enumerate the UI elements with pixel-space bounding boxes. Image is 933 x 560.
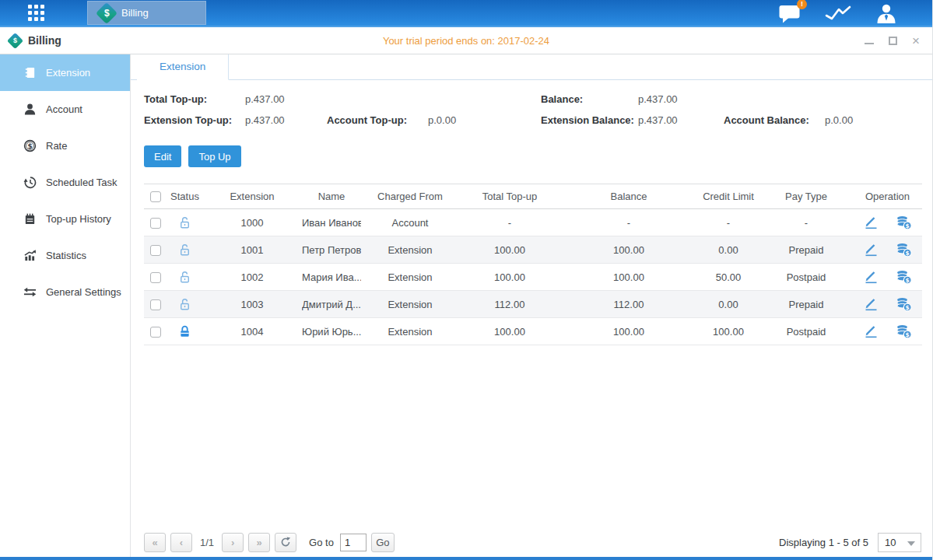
edit-row-icon[interactable] [864,270,879,284]
sidebar-item-account[interactable]: Account [0,91,130,128]
pay-type-cell: - [759,209,853,236]
total-topup-cell: 100.00 [459,236,560,264]
edit-row-icon[interactable] [864,243,879,257]
main-content: Extension Total Top-up: p.437.00 Balance… [131,54,932,557]
extension-topup-label: Extension Top-up: [144,114,245,126]
sidebar-item-label: Account [46,103,82,115]
total-topup-cell: 100.00 [459,264,560,291]
svg-text:$: $ [905,222,909,229]
extension-balance-value: p.437.00 [638,114,724,126]
credit-limit-cell: 0.00 [697,236,759,264]
col-charged-from: Charged From [361,184,459,209]
row-checkbox[interactable] [150,272,161,283]
total-topup-value: p.437.00 [245,93,327,105]
goto-page-input[interactable] [340,534,367,551]
prev-page-button[interactable]: ‹ [170,533,192,552]
charged-from-cell: Extension [361,264,459,291]
first-page-button[interactable]: « [144,533,166,552]
row-checkbox[interactable] [150,245,161,256]
extension-balance-label: Extension Balance: [541,114,638,126]
row-checkbox[interactable] [150,327,161,338]
top-up-row-icon[interactable]: $ [896,324,912,339]
top-up-row-icon[interactable]: $ [896,215,912,230]
sidebar-item-rate[interactable]: $ Rate [0,128,130,164]
edit-row-icon[interactable] [864,215,879,229]
charged-from-cell: Account [361,209,459,236]
select-all-checkbox[interactable] [150,191,161,202]
pagination-bar: « ‹ 1/1 › » Go to Go Displaying 1 - 5 of… [144,531,921,553]
sidebar-item-scheduled-task[interactable]: Scheduled Task [0,164,130,201]
account-topup-label: Account Top-up: [327,114,428,126]
window-bottom-strip [0,557,932,560]
page-size-value: 10 [885,537,896,548]
top-up-row-icon[interactable]: $ [896,297,912,312]
ledger-icon [23,66,37,79]
status-lock-icon [177,215,192,227]
table-row[interactable]: 1003Дмитрий Д...Extension112.00112.000.0… [144,291,922,318]
notification-badge: ! [797,0,807,9]
top-up-row-icon[interactable]: $ [896,243,912,257]
top-up-row-icon[interactable]: $ [896,270,912,285]
account-balance-label: Account Balance: [724,114,825,126]
bar-chart-icon [23,249,37,262]
table-row[interactable]: 1004Юрий Юрь...Extension100.00100.00100.… [144,318,922,345]
col-credit-limit: Credit Limit [697,184,759,209]
svg-text:$: $ [905,331,909,338]
reports-chart-icon[interactable] [825,5,851,23]
billing-diamond-icon: $ [96,2,118,23]
sidebar-item-label: Rate [46,140,67,152]
sidebar-item-general-settings[interactable]: General Settings [0,274,130,310]
maximize-button[interactable] [887,36,898,47]
pay-type-cell: Prepaid [759,291,853,318]
svg-text:$: $ [27,142,32,150]
edit-row-icon[interactable] [864,297,879,311]
next-page-button[interactable]: › [222,533,244,552]
notepad-icon [23,212,37,226]
pay-type-cell: Postpaid [759,318,853,345]
top-up-button[interactable]: Top Up [188,145,240,167]
table-row[interactable]: 1002Мария Ива...Extension100.00100.0050.… [144,264,922,291]
account-topup-value: p.0.00 [428,114,541,126]
row-checkbox[interactable] [150,299,161,310]
charged-from-cell: Extension [361,318,459,345]
tab-extension[interactable]: Extension [137,54,229,80]
sidebar-item-topup-history[interactable]: Top-up History [0,201,130,237]
go-button[interactable]: Go [371,533,395,552]
col-name: Name [302,184,361,209]
extension-cell: 1003 [202,291,302,318]
person-icon [23,103,37,116]
credit-limit-cell: - [697,209,759,236]
table-row[interactable]: 1000Иван ИвановAccount----$ [144,209,922,236]
page-indicator: 1/1 [200,537,214,548]
last-page-button[interactable]: » [248,533,270,552]
balance-cell: 112.00 [560,291,697,318]
balance-cell: 100.00 [560,236,697,264]
edit-row-icon[interactable] [864,324,879,338]
title-bar: $ Billing Your trial period ends on: 201… [0,27,932,54]
billing-window: $ Billing ! [0,0,933,560]
sidebar-item-label: Extension [46,67,90,79]
refresh-button[interactable] [275,533,296,552]
edit-button[interactable]: Edit [144,145,181,167]
sliders-icon [23,285,37,299]
table-row[interactable]: 1001Петр ПетровExtension100.00100.000.00… [144,236,922,264]
name-cell: Иван Иванов [302,209,361,236]
pay-type-cell: Prepaid [759,236,853,264]
sidebar-item-extension[interactable]: Extension [0,54,130,91]
refresh-icon [280,537,291,548]
svg-text:$: $ [905,276,909,283]
billing-app-tab[interactable]: $ Billing [87,1,206,25]
trial-notice: Your trial period ends on: 2017-02-24 [0,35,932,47]
row-checkbox[interactable] [150,218,161,229]
page-size-select[interactable]: 10 [878,533,921,552]
col-balance: Balance [560,184,697,209]
credit-limit-cell: 50.00 [697,264,759,291]
close-button[interactable]: × [910,36,921,47]
user-account-icon[interactable] [875,3,898,24]
name-cell: Мария Ива... [302,264,361,291]
messages-icon[interactable]: ! [778,4,801,23]
sidebar-item-statistics[interactable]: Statistics [0,237,130,274]
tab-bar: Extension [131,54,932,80]
minimize-button[interactable] [864,36,875,47]
apps-grid-icon[interactable] [28,5,44,21]
